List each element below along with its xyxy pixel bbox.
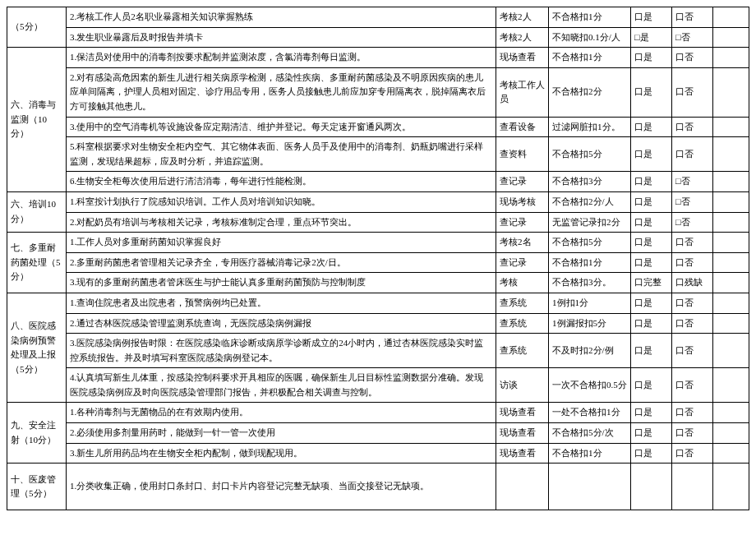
penalty-cell: 不合格扣5分 bbox=[549, 137, 631, 172]
table-row: 6.生物安全柜每次使用后进行清洁消毒，每年进行性能检测。 查记录 不合格扣3分 … bbox=[7, 172, 749, 192]
checkbox-yes[interactable]: 口是 bbox=[631, 172, 672, 192]
table-row: 八、医院感染病例预警处理及上报（5分） 1.查询住院患者及出院患者，预警病例均已… bbox=[7, 293, 749, 313]
extra-cell bbox=[713, 191, 749, 212]
checkbox-yes[interactable]: 口是 bbox=[631, 67, 672, 117]
table-row: 六、消毒与监测（10分） 1.保洁员对使用中的消毒剂按要求配制并监测浓度，含氯消… bbox=[7, 48, 749, 68]
checkbox-no[interactable]: 口否 bbox=[672, 48, 713, 68]
checkbox-no[interactable]: 口否 bbox=[672, 67, 713, 117]
section-label: 六、消毒与监测（10分） bbox=[7, 48, 67, 192]
checkbox-yes[interactable]: 口是 bbox=[631, 191, 672, 212]
checkbox-yes[interactable]: 口是 bbox=[631, 137, 672, 172]
checkbox-yes[interactable]: 口是 bbox=[631, 443, 672, 464]
table-row: （5分） 2.考核工作人员2名职业暴露相关知识掌握熟练 考核2人 不合格扣1分 … bbox=[7, 7, 749, 28]
checkbox-no[interactable]: 口否 bbox=[672, 233, 713, 253]
method-cell: 查记录 bbox=[496, 172, 549, 192]
checkbox-no[interactable]: 口否 bbox=[672, 368, 713, 403]
checkbox-no bbox=[672, 464, 713, 510]
checkbox-yes[interactable]: 口是 bbox=[631, 252, 672, 273]
checkbox-complete[interactable]: 口完整 bbox=[631, 273, 672, 293]
penalty-cell: 不及时扣2分/例 bbox=[549, 334, 631, 368]
method-cell: 查记录 bbox=[496, 252, 549, 273]
checkbox-yes[interactable]: 口是 bbox=[631, 48, 672, 68]
method-cell: 考核 bbox=[496, 273, 549, 293]
content-cell: 2.必须使用多剂量用药时，能做到一针一管一次使用 bbox=[67, 423, 496, 444]
checkbox-yes[interactable]: 口是 bbox=[631, 403, 672, 423]
checkbox-no[interactable]: 口否 bbox=[672, 137, 713, 172]
table-row: 4.认真填写新生儿体重，按感染控制科要求开具相应的医嘱，确保新生儿日目标性监测数… bbox=[7, 368, 749, 403]
checkbox-yes[interactable]: 口是 bbox=[631, 117, 672, 137]
content-cell: 5.科室根据要求对生物安全柜内空气、其它物体表面、医务人员手及使用中的消毒剂、奶… bbox=[67, 137, 496, 172]
checkbox-yes[interactable]: 口是 bbox=[631, 368, 672, 403]
penalty-cell: 不合格扣1分 bbox=[549, 7, 631, 28]
method-cell: 现场考核 bbox=[496, 191, 549, 212]
table-row: 3.发生职业暴露后及时报告并填卡 考核2人 不知晓扣0.1分/人 □是 □否 bbox=[7, 27, 749, 48]
method-cell: 访谈 bbox=[496, 368, 549, 403]
penalty-cell: 无监管记录扣2分 bbox=[549, 212, 631, 233]
checkbox-no[interactable]: 口否 bbox=[672, 252, 713, 273]
checkbox-no[interactable]: □否 bbox=[672, 172, 713, 192]
checkbox-no[interactable]: □否 bbox=[672, 212, 713, 233]
extra-cell bbox=[713, 252, 749, 273]
checkbox-yes[interactable]: 口是 bbox=[631, 313, 672, 334]
method-cell: 查记录 bbox=[496, 212, 549, 233]
checkbox-no[interactable]: 口否 bbox=[672, 334, 713, 368]
content-cell: 1.查询住院患者及出院患者，预警病例均已处置。 bbox=[67, 293, 496, 313]
penalty-cell: 一次不合格扣0.5分 bbox=[549, 368, 631, 403]
checkbox-yes[interactable]: 口是 bbox=[631, 334, 672, 368]
table-row: 5.科室根据要求对生物安全柜内空气、其它物体表面、医务人员手及使用中的消毒剂、奶… bbox=[7, 137, 749, 172]
penalty-cell: 一处不合格扣1分 bbox=[549, 403, 631, 423]
method-cell: 查系统 bbox=[496, 293, 549, 313]
checkbox-no[interactable]: 口否 bbox=[672, 403, 713, 423]
penalty-cell: 不合格扣5分 bbox=[549, 233, 631, 253]
checkbox-no[interactable]: 口否 bbox=[672, 313, 713, 334]
checkbox-yes[interactable]: 口是 bbox=[631, 212, 672, 233]
content-cell: 3.发生职业暴露后及时报告并填卡 bbox=[67, 27, 496, 48]
checkbox-yes[interactable]: 口是 bbox=[631, 7, 672, 28]
checkbox-no[interactable]: □否 bbox=[672, 191, 713, 212]
extra-cell bbox=[713, 403, 749, 423]
checkbox-no[interactable]: 口否 bbox=[672, 117, 713, 137]
penalty-cell: 过滤网脏扣1分。 bbox=[549, 117, 631, 137]
checkbox-no[interactable]: 口否 bbox=[672, 423, 713, 444]
content-cell: 2.考核工作人员2名职业暴露相关知识掌握熟练 bbox=[67, 7, 496, 28]
content-cell: 1.保洁员对使用中的消毒剂按要求配制并监测浓度，含氯消毒剂每日监测。 bbox=[67, 48, 496, 68]
checkbox-yes bbox=[631, 464, 672, 510]
extra-cell bbox=[713, 67, 749, 117]
penalty-cell: 不合格扣1分 bbox=[549, 443, 631, 464]
penalty-cell: 不合格扣3分 bbox=[549, 172, 631, 192]
content-cell: 1.工作人员对多重耐药菌知识掌握良好 bbox=[67, 233, 496, 253]
table-row: 3.使用中的空气消毒机等设施设备应定期清洁、维护并登记。每天定速开窗通风两次。 … bbox=[7, 117, 749, 137]
extra-cell bbox=[713, 273, 749, 293]
method-cell: 查系统 bbox=[496, 313, 549, 334]
extra-cell bbox=[713, 48, 749, 68]
checkbox-yes[interactable]: 口是 bbox=[631, 423, 672, 444]
penalty-cell: 不知晓扣0.1分/人 bbox=[549, 27, 631, 48]
extra-cell bbox=[713, 7, 749, 28]
checkbox-yes[interactable]: 口是 bbox=[631, 233, 672, 253]
checkbox-no[interactable]: 口否 bbox=[672, 7, 713, 28]
content-cell: 6.生物安全柜每次使用后进行清洁消毒，每年进行性能检测。 bbox=[67, 172, 496, 192]
extra-cell bbox=[713, 464, 749, 510]
checkbox-no[interactable]: 口否 bbox=[672, 293, 713, 313]
table-row: 2.对有感染高危因素的新生儿进行相关病原学检测，感染性疾病、多重耐药菌感染及不明… bbox=[7, 67, 749, 117]
penalty-cell: 不合格扣3分。 bbox=[549, 273, 631, 293]
extra-cell bbox=[713, 233, 749, 253]
method-cell: 查系统 bbox=[496, 334, 549, 368]
checkbox-yes[interactable]: □是 bbox=[631, 27, 672, 48]
penalty-cell: 不合格扣1分 bbox=[549, 48, 631, 68]
table-row: 2.对配奶员有培训与考核相关记录，考核标准制定合理，重点环节突出。 查记录 无监… bbox=[7, 212, 749, 233]
penalty-cell: 不合格扣2分 bbox=[549, 67, 631, 117]
content-cell: 3.医院感染病例报告时限：在医院感染临床诊断或病原学诊断成立的24小时内，通过杏… bbox=[67, 334, 496, 368]
content-cell: 3.现有的多重耐药菌患者管床医生与护士能认真多重耐药菌预防与控制制度 bbox=[67, 273, 496, 293]
method-cell: 考核2人 bbox=[496, 27, 549, 48]
content-cell: 2.通过杏林医院感染管理监测系统查询，无医院感染病例漏报 bbox=[67, 313, 496, 334]
checkbox-incomplete[interactable]: 口残缺 bbox=[672, 273, 713, 293]
checkbox-yes[interactable]: 口是 bbox=[631, 293, 672, 313]
checkbox-no[interactable]: □否 bbox=[672, 27, 713, 48]
penalty-cell: 不合格扣5分/次 bbox=[549, 423, 631, 444]
extra-cell bbox=[713, 313, 749, 334]
method-cell: 考核2名 bbox=[496, 233, 549, 253]
method-cell bbox=[496, 464, 549, 510]
checkbox-no[interactable]: 口否 bbox=[672, 443, 713, 464]
content-cell: 4.认真填写新生儿体重，按感染控制科要求开具相应的医嘱，确保新生儿日目标性监测数… bbox=[67, 368, 496, 403]
